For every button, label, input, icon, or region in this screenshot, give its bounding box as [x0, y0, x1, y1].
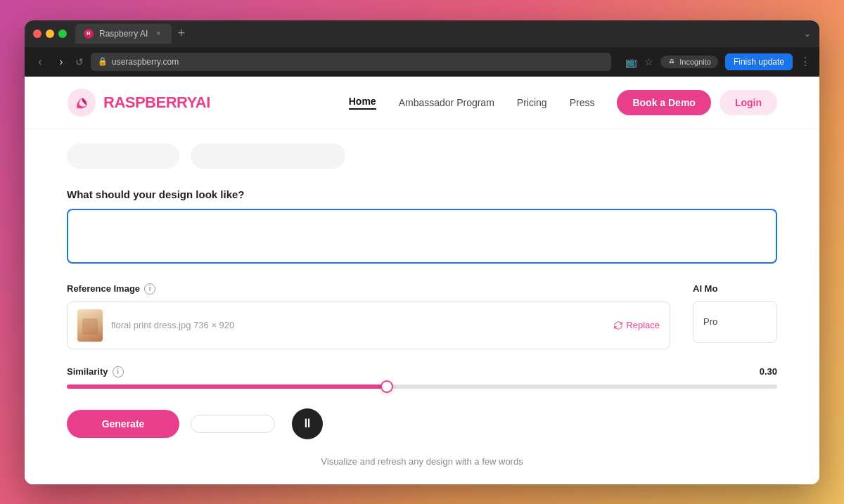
similarity-row: Similarity i 0.30 [67, 366, 777, 377]
pause-button[interactable]: ⏸ [292, 408, 323, 439]
placeholder-bar-b [191, 143, 345, 169]
traffic-light-yellow[interactable] [46, 30, 54, 38]
finish-update-button[interactable]: Finish update [725, 53, 793, 70]
similarity-value: 0.30 [760, 366, 777, 377]
design-textarea[interactable] [68, 210, 776, 259]
logo-text: RASPBERRYAI [103, 93, 210, 112]
ai-mode-label: AI Mo [693, 283, 777, 294]
tab-title: Raspberry AI [99, 29, 148, 39]
address-field[interactable]: 🔒 useraspberry.com [91, 53, 611, 71]
reference-image-label: Reference Image i [67, 283, 670, 295]
title-bar: R Raspberry AI × + ⌄ [25, 20, 819, 47]
logo-text-plain: RASPBERRY [103, 93, 196, 111]
nav-link-pricing[interactable]: Pricing [517, 97, 547, 108]
reference-image-info-icon[interactable]: i [144, 283, 155, 295]
pause-icon: ⏸ [301, 416, 314, 431]
logo-text-accent: AI [196, 93, 210, 111]
book-demo-button[interactable]: Book a Demo [617, 90, 710, 115]
reference-image-thumbnail [77, 309, 103, 342]
page-content: RASPBERRYAI Home Ambassador Program Pric… [25, 77, 819, 484]
replace-icon [613, 321, 623, 330]
address-bar: ‹ › ↺ 🔒 useraspberry.com 📺 ☆ Incognito F… [25, 47, 819, 77]
main-section: What should your design look like? Refer… [25, 129, 819, 484]
traffic-light-green[interactable] [58, 30, 67, 38]
incognito-icon [667, 58, 676, 66]
bottom-actions: Generate ⏸ [67, 408, 777, 439]
reference-filename: floral print dress.jpg 736 × 920 [111, 320, 234, 330]
traffic-lights [33, 30, 67, 38]
address-actions: 📺 ☆ Incognito Finish update ⋮ [618, 53, 811, 70]
similarity-slider[interactable] [67, 385, 777, 389]
svg-point-0 [670, 61, 672, 63]
slider-thumb[interactable] [381, 380, 393, 393]
navbar: RASPBERRYAI Home Ambassador Program Pric… [25, 77, 819, 129]
login-button[interactable]: Login [720, 90, 777, 115]
tab-bar: R Raspberry AI × + [75, 24, 804, 44]
design-textarea-wrapper [67, 209, 777, 264]
cast-icon[interactable]: 📺 [625, 56, 637, 67]
nav-link-ambassador[interactable]: Ambassador Program [399, 97, 494, 108]
top-placeholder [67, 129, 777, 188]
title-bar-chevron-icon: ⌄ [804, 29, 811, 39]
secondary-button[interactable] [191, 415, 275, 433]
similarity-label: Similarity i [67, 366, 124, 377]
replace-button[interactable]: Replace [613, 320, 660, 330]
reload-button[interactable]: ↺ [75, 56, 84, 67]
similarity-info-icon[interactable]: i [113, 366, 124, 377]
placeholder-bar-a [67, 143, 179, 169]
reference-ai-row: Reference Image i floral print dress.jpg… [67, 283, 777, 349]
ai-mode-value: Pro [703, 316, 717, 327]
ai-mode-col: AI Mo Pro [693, 283, 777, 343]
nav-link-home[interactable]: Home [349, 96, 376, 110]
logo: RASPBERRYAI [67, 88, 210, 117]
logo-icon [67, 88, 96, 117]
back-button[interactable]: ‹ [33, 56, 47, 68]
kebab-menu-icon[interactable]: ⋮ [800, 55, 811, 68]
svg-point-1 [672, 61, 674, 63]
tab-favicon: R [84, 29, 94, 39]
lock-icon: 🔒 [98, 57, 108, 66]
address-url: useraspberry.com [112, 57, 179, 67]
traffic-light-red[interactable] [33, 30, 41, 38]
nav-link-press[interactable]: Press [570, 97, 595, 108]
nav-links: Home Ambassador Program Pricing Press [349, 96, 595, 110]
incognito-label: Incognito [679, 58, 711, 66]
bookmark-icon[interactable]: ☆ [644, 56, 653, 67]
design-section-label: What should your design look like? [67, 188, 777, 200]
reference-image-col: Reference Image i floral print dress.jpg… [67, 283, 670, 349]
footer-tagline: Visualize and refresh any design with a … [67, 456, 777, 478]
reference-file-dims: 736 × 920 [193, 320, 234, 330]
generate-button[interactable]: Generate [67, 410, 179, 438]
forward-button[interactable]: › [54, 56, 68, 68]
incognito-badge: Incognito [660, 56, 718, 68]
new-tab-button[interactable]: + [174, 26, 188, 41]
tab-close-button[interactable]: × [153, 29, 163, 39]
reference-image-card: floral print dress.jpg 736 × 920 Replace [67, 302, 670, 349]
svg-point-2 [68, 89, 96, 117]
browser-tab[interactable]: R Raspberry AI × [75, 24, 172, 44]
browser-window: R Raspberry AI × + ⌄ ‹ › ↺ 🔒 useraspberr… [25, 20, 819, 484]
ai-mode-card[interactable]: Pro [693, 301, 777, 343]
